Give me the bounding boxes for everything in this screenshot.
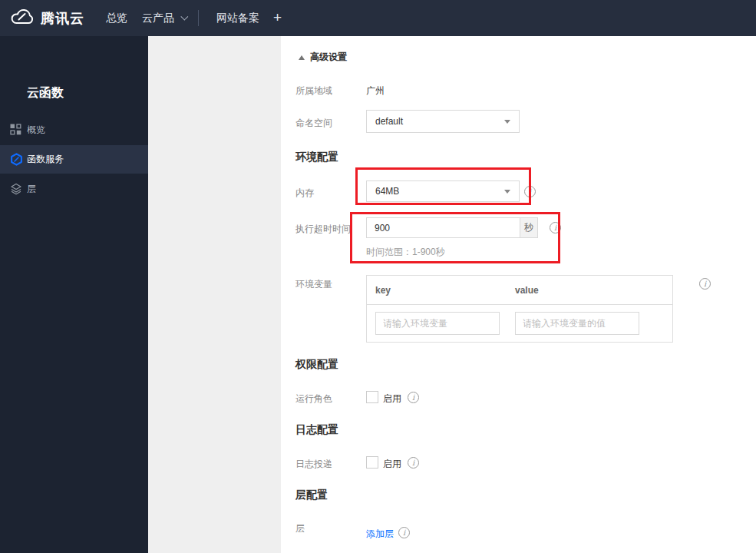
region-value: 广州 [366,84,385,98]
advanced-settings-toggle[interactable]: 高级设置 [299,51,347,64]
timeout-input-group: 秒 [366,217,538,238]
sidebar-item-overview[interactable]: 概览 [0,116,148,144]
log-config-section-title: 日志配置 [295,423,338,437]
layer-label: 层 [295,522,305,535]
timeout-info-icon[interactable]: i [550,222,561,233]
namespace-select[interactable]: default [366,110,520,133]
timeout-unit-suffix: 秒 [520,218,537,237]
logship-checkbox-label: 启用 [383,458,401,471]
top-navbar: 腾讯云 总览 云产品 网站备案 + [0,0,756,36]
logship-label: 日志投递 [295,458,332,471]
timeout-label: 执行超时时间 [295,223,351,236]
layer-config-section-title: 层配置 [295,488,328,502]
envvar-label: 环境变量 [295,278,332,291]
sidebar-item-label: 函数服务 [27,145,64,174]
brand-name: 腾讯云 [41,9,84,28]
caret-down-icon [504,190,510,194]
runrole-checkbox[interactable] [366,391,378,403]
timeout-input[interactable] [367,218,520,237]
sidebar-product-title: 云函数 [27,85,64,101]
region-label: 所属地域 [295,84,332,98]
envvar-value-input[interactable] [515,312,639,335]
sidebar-item-function-service[interactable]: 函数服务 [0,145,148,174]
layers-icon [10,183,22,195]
chevron-down-icon [180,13,188,21]
tencent-cloud-logo-icon [10,8,34,29]
env-config-section-title: 环境配置 [295,151,338,164]
brand-home-link[interactable]: 腾讯云 [10,0,84,36]
logship-checkbox[interactable] [366,456,378,469]
sidebar-item-label: 概览 [27,116,45,144]
namespace-label: 命名空间 [295,117,332,130]
layer-info-icon[interactable]: i [398,527,410,538]
envvar-col-key: key [375,276,391,305]
triangle-up-icon [299,55,305,60]
add-layer-link[interactable]: 添加层 [366,528,394,541]
scf-hexagon-icon [10,153,22,165]
memory-select[interactable]: 64MB [366,180,520,202]
memory-label: 内存 [295,187,314,200]
runrole-checkbox-label: 启用 [383,392,401,406]
envvar-table-header: key value [367,276,672,305]
envvar-table: key value [366,275,673,343]
logship-info-icon[interactable]: i [408,457,419,469]
nav-separator [198,10,199,26]
envvar-col-value: value [515,276,539,305]
sidebar-item-label: 层 [27,175,36,204]
sidebar: 云函数 概览 函数服务 [0,36,148,553]
nav-add-tab-button[interactable]: + [273,0,282,36]
nav-cloud-products[interactable]: 云产品 [142,0,185,36]
namespace-selected-value: default [375,111,403,132]
envvar-info-icon[interactable]: i [699,278,711,290]
runrole-info-icon[interactable]: i [408,392,419,403]
grid-icon [10,124,22,136]
nav-overview[interactable]: 总览 [106,0,127,36]
runrole-label: 运行角色 [295,392,332,406]
secondary-panel [148,36,281,553]
tencent-cloud-console: 腾讯云 总览 云产品 网站备案 + 云函数 概览 [0,0,756,553]
timeout-range-hint: 时间范围：1-900秒 [366,246,445,259]
nav-icp-filing[interactable]: 网站备案 [216,0,259,36]
perm-config-section-title: 权限配置 [295,358,338,372]
memory-info-icon[interactable]: i [524,186,536,197]
memory-selected-value: 64MB [375,181,399,201]
envvar-key-input[interactable] [375,312,500,335]
advanced-settings-label: 高级设置 [310,51,347,64]
sidebar-item-layers[interactable]: 层 [0,175,148,204]
caret-down-icon [504,120,510,124]
